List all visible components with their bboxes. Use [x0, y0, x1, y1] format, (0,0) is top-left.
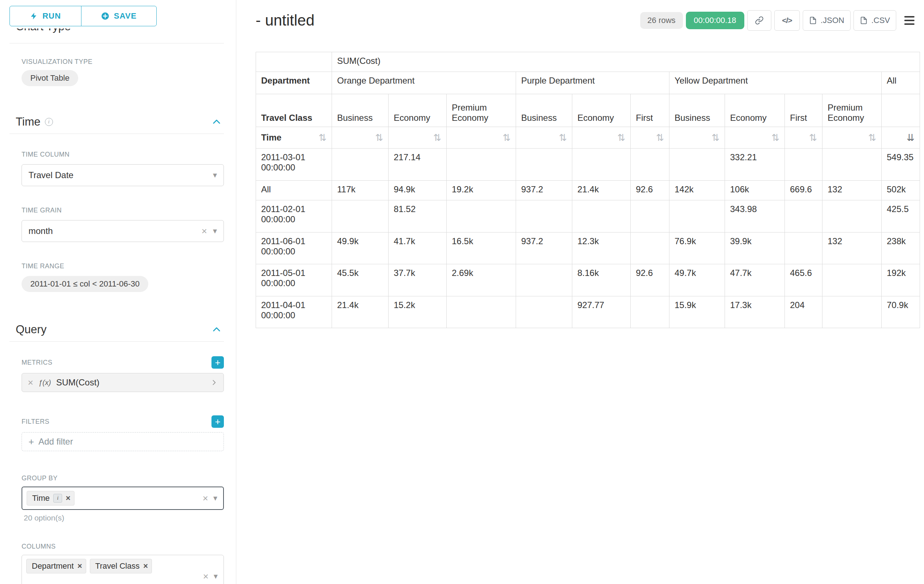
cell: 70.9k [882, 296, 920, 328]
query-timer-badge: 00:00:00.18 [686, 12, 744, 29]
control-panel-sidebar: RUN SAVE Chart Type VISUALIZATION TYPE P… [0, 0, 236, 584]
sort-icon[interactable]: ⇅ [711, 133, 719, 142]
row-label-cell: All [256, 181, 332, 201]
info-icon: i [53, 494, 62, 503]
cell: 39.9k [725, 232, 785, 264]
time-column-value: Travel Date [28, 170, 73, 180]
cell: 92.6 [631, 264, 670, 296]
save-button[interactable]: SAVE [81, 6, 157, 26]
cell: 94.9k [389, 181, 447, 201]
sort-cell: ⇅ [332, 127, 389, 148]
group-by-chip-time: Time i × [26, 491, 74, 505]
cell: 142k [670, 181, 725, 201]
results-toolbar: 26 rows 00:00:00.18 </> .JSON .CSV [640, 10, 920, 31]
travel-class-axis-label: Travel Class [256, 94, 332, 127]
sort-icon[interactable]: ⇅ [559, 133, 567, 142]
cell: 15.9k [670, 296, 725, 328]
cell [822, 148, 882, 181]
link-icon [755, 16, 764, 25]
export-json-button[interactable]: .JSON [803, 10, 851, 31]
department-axis-label: Department [256, 72, 332, 94]
export-csv-button[interactable]: .CSV [853, 10, 896, 31]
remove-chip-icon[interactable]: × [78, 562, 82, 570]
section-divider [10, 133, 224, 134]
sort-icon[interactable]: ⇅ [868, 133, 876, 142]
run-save-button-group: RUN SAVE [10, 0, 224, 28]
share-link-button[interactable] [747, 10, 771, 31]
row-label-cell: 2011-05-01 00:00:00 [256, 264, 332, 296]
clear-icon[interactable]: × [203, 572, 208, 581]
add-metric-button[interactable]: + [211, 356, 224, 368]
chevron-up-icon[interactable] [211, 117, 222, 127]
cell [516, 296, 572, 328]
cell [516, 148, 572, 181]
class-header: Premium Economy [822, 94, 882, 127]
plus-circle-icon [101, 12, 110, 20]
add-filter-plus-button[interactable]: + [211, 415, 224, 428]
time-grain-select[interactable]: month × ▾ [21, 220, 224, 242]
visualization-type-label: VISUALIZATION TYPE [21, 58, 224, 66]
metric-chip[interactable]: × ƒ(x) SUM(Cost) [21, 373, 224, 392]
cell: 76.9k [670, 232, 725, 264]
chart-title[interactable]: - untitled [256, 12, 314, 29]
hamburger-icon [904, 16, 914, 18]
sort-icon[interactable]: ⇅ [656, 133, 664, 142]
remove-chip-icon[interactable]: × [143, 562, 148, 570]
sort-row: Time⇅ ⇅ ⇅ ⇅ ⇅ ⇅ ⇅ ⇅ ⇅ ⇅ ⇅ ⇊ [256, 127, 920, 148]
row-count-badge: 26 rows [640, 12, 683, 29]
clear-icon[interactable]: × [201, 226, 207, 236]
cell: 238k [882, 232, 920, 264]
sort-icon[interactable]: ⇅ [617, 133, 625, 142]
remove-metric-icon[interactable]: × [28, 378, 33, 387]
sort-cell: ⇅ [389, 127, 447, 148]
columns-select[interactable]: Department × Travel Class × × ▾ [21, 555, 224, 584]
metric-header-row: SUM(Cost) [256, 52, 920, 72]
group-by-select[interactable]: Time i × × ▾ [21, 487, 224, 510]
more-options-button[interactable] [899, 10, 920, 31]
sort-desc-icon[interactable]: ⇊ [906, 133, 914, 142]
time-range-label: TIME RANGE [21, 262, 224, 270]
clear-icon[interactable]: × [203, 494, 208, 503]
cell: 21.4k [572, 181, 631, 201]
query-section-title: Query [16, 323, 46, 336]
visualization-type-pill[interactable]: Pivot Table [21, 70, 78, 86]
chevron-up-icon[interactable] [211, 324, 222, 335]
cell: 49.7k [670, 264, 725, 296]
add-filter-button[interactable]: + Add filter [21, 432, 224, 451]
remove-chip-icon[interactable]: × [66, 494, 71, 502]
sort-icon[interactable]: ⇅ [771, 133, 779, 142]
sort-cell: ⇅ [725, 127, 785, 148]
filters-label: FILTERS [21, 418, 49, 426]
sort-icon[interactable]: ⇅ [809, 133, 817, 142]
time-column-select[interactable]: Travel Date ▾ [21, 164, 224, 186]
time-section-title-text: Time [16, 115, 41, 128]
sort-icon[interactable]: ⇅ [318, 133, 327, 142]
group-by-options-hint: 20 option(s) [24, 513, 224, 522]
time-range-pill[interactable]: 2011-01-01 ≤ col < 2011-06-30 [21, 276, 148, 292]
run-button[interactable]: RUN [10, 6, 81, 26]
embed-code-button[interactable]: </> [774, 10, 800, 31]
chip-label: Travel Class [95, 561, 140, 571]
columns-label: COLUMNS [21, 543, 224, 550]
class-header: Premium Economy [447, 94, 516, 127]
cell [631, 148, 670, 181]
sort-icon[interactable]: ⇅ [503, 133, 511, 142]
cell: 81.52 [389, 201, 447, 232]
sort-icon[interactable]: ⇅ [375, 133, 383, 142]
cell: 465.6 [785, 264, 822, 296]
cell [785, 232, 822, 264]
sort-icon[interactable]: ⇅ [433, 133, 441, 142]
cell: 927.77 [572, 296, 631, 328]
class-header: Economy [725, 94, 785, 127]
table-row: 2011-05-01 00:00:00 45.5k 37.7k 2.69k 8.… [256, 264, 920, 296]
time-row-axis-cell: Time⇅ [256, 127, 332, 148]
sort-cell-all: ⇊ [882, 127, 920, 148]
class-header: Economy [389, 94, 447, 127]
class-header: Business [332, 94, 389, 127]
all-column-header: All [882, 72, 920, 94]
info-icon: i [45, 118, 53, 126]
cell: 106k [725, 181, 785, 201]
table-row: 2011-06-01 00:00:00 49.9k 41.7k 16.5k 93… [256, 232, 920, 264]
chevron-down-icon: ▾ [213, 227, 217, 235]
chevron-right-icon [210, 379, 218, 386]
